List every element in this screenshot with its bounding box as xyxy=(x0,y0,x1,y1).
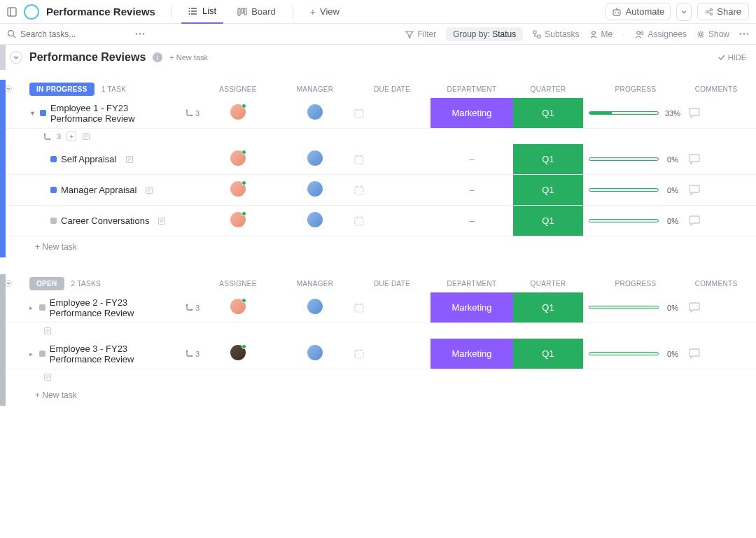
avatar[interactable] xyxy=(307,150,323,166)
assignees-button[interactable]: Assignees xyxy=(635,29,687,39)
avatar[interactable] xyxy=(230,181,246,197)
calendar-icon[interactable] xyxy=(354,108,365,119)
comment-icon[interactable] xyxy=(688,184,701,197)
comment-icon[interactable] xyxy=(688,153,701,166)
progress-cell[interactable]: 0% xyxy=(583,186,688,194)
progress-cell[interactable]: 0% xyxy=(583,155,688,164)
tab-list[interactable]: List xyxy=(181,0,223,24)
share-button[interactable]: Share xyxy=(697,3,749,20)
due-date-cell[interactable] xyxy=(354,302,430,313)
department-cell[interactable]: – xyxy=(430,144,513,174)
quarter-cell[interactable]: Q1 xyxy=(513,175,583,205)
comments-cell[interactable] xyxy=(688,184,744,197)
show-button[interactable]: Show xyxy=(696,29,729,39)
quarter-cell[interactable]: Q1 xyxy=(513,339,583,369)
task-row[interactable]: ▸ Employee 3 - FY23 Performance Review 3… xyxy=(0,339,756,369)
chevron-down-icon[interactable] xyxy=(5,85,12,92)
progress-cell[interactable]: 0% xyxy=(583,350,688,358)
task-row[interactable]: Manager Appraisal – Q1 0% xyxy=(0,175,756,206)
manager-cell[interactable] xyxy=(276,104,354,122)
comments-cell[interactable] xyxy=(688,302,744,314)
column-header[interactable]: QUARTER xyxy=(513,280,583,288)
status-square-icon[interactable] xyxy=(50,156,57,162)
status-pill[interactable]: OPEN xyxy=(29,277,64,290)
expand-toggle[interactable]: ▸ xyxy=(29,351,35,358)
column-header[interactable]: MANAGER xyxy=(276,280,354,288)
column-header[interactable]: DEPARTMENT xyxy=(430,280,513,288)
department-cell[interactable]: – xyxy=(430,206,513,236)
chevron-down-icon[interactable] xyxy=(5,280,12,287)
avatar[interactable] xyxy=(307,181,323,197)
status-pill[interactable]: IN PROGRESS xyxy=(29,83,94,96)
status-square-icon[interactable] xyxy=(50,187,57,193)
new-task-button[interactable]: + New task xyxy=(0,385,756,406)
avatar[interactable] xyxy=(307,104,323,120)
assignee-cell[interactable] xyxy=(200,212,276,229)
progress-cell[interactable]: 33% xyxy=(583,109,688,118)
calendar-icon[interactable] xyxy=(354,348,365,360)
column-header[interactable]: MANAGER xyxy=(276,85,354,93)
assignee-cell[interactable] xyxy=(200,150,276,168)
progress-cell[interactable]: 0% xyxy=(583,217,688,225)
automate-dropdown-button[interactable] xyxy=(676,3,692,21)
avatar[interactable] xyxy=(230,150,246,166)
due-date-cell[interactable] xyxy=(354,108,430,119)
due-date-cell[interactable] xyxy=(354,185,430,196)
quarter-cell[interactable]: Q1 xyxy=(513,98,583,128)
column-header[interactable]: ASSIGNEE xyxy=(200,280,276,288)
manager-cell[interactable] xyxy=(276,181,354,199)
comment-icon[interactable] xyxy=(688,302,701,314)
status-square-icon[interactable] xyxy=(39,304,46,311)
due-date-cell[interactable] xyxy=(354,215,430,227)
department-cell[interactable]: Marketing xyxy=(430,98,513,128)
hide-button[interactable]: HIDE xyxy=(718,53,746,62)
me-button[interactable]: Me xyxy=(589,29,613,39)
expand-toggle[interactable]: ▼ xyxy=(29,110,36,117)
quarter-cell[interactable]: Q1 xyxy=(513,144,583,174)
comment-icon[interactable] xyxy=(688,107,701,120)
comments-cell[interactable] xyxy=(688,107,744,120)
status-square-icon[interactable] xyxy=(40,110,46,116)
new-task-button[interactable]: + New task xyxy=(0,236,756,257)
status-square-icon[interactable] xyxy=(39,351,46,357)
comment-icon[interactable] xyxy=(688,215,701,227)
calendar-icon[interactable] xyxy=(354,302,365,313)
avatar[interactable] xyxy=(230,212,246,227)
quarter-cell[interactable]: Q1 xyxy=(513,206,583,236)
calendar-icon[interactable] xyxy=(354,154,365,165)
comments-cell[interactable] xyxy=(688,215,744,227)
note-icon[interactable] xyxy=(43,327,52,335)
avatar[interactable] xyxy=(307,345,323,360)
note-icon[interactable] xyxy=(82,132,90,141)
filter-button[interactable]: Filter xyxy=(405,29,436,39)
more-icon[interactable] xyxy=(135,33,145,35)
department-cell[interactable]: – xyxy=(430,175,513,205)
note-icon[interactable] xyxy=(43,373,52,381)
quarter-cell[interactable]: Q1 xyxy=(513,292,583,323)
due-date-cell[interactable] xyxy=(354,154,430,165)
info-icon[interactable]: i xyxy=(153,52,162,62)
assignee-cell[interactable] xyxy=(200,345,276,362)
task-row[interactable]: Self Appraisal – Q1 0% xyxy=(0,144,756,175)
avatar[interactable] xyxy=(230,104,246,120)
comments-cell[interactable] xyxy=(688,153,744,166)
new-task-button[interactable]: + New task xyxy=(169,53,208,62)
manager-cell[interactable] xyxy=(276,345,354,362)
calendar-icon[interactable] xyxy=(354,215,365,227)
add-subtask-button[interactable]: + xyxy=(66,132,76,141)
dock-toggle-icon[interactable] xyxy=(7,7,17,17)
subtasks-button[interactable]: Subtasks xyxy=(533,29,579,39)
column-header[interactable]: DEPARTMENT xyxy=(430,85,513,93)
expand-toggle[interactable]: ▸ xyxy=(29,304,35,311)
column-header[interactable]: QUARTER xyxy=(513,85,583,93)
calendar-icon[interactable] xyxy=(354,185,365,196)
column-header[interactable]: COMMENTS xyxy=(688,280,744,288)
column-header[interactable]: PROGRESS xyxy=(583,280,688,288)
add-view-button[interactable]: + View xyxy=(303,0,346,24)
avatar[interactable] xyxy=(230,345,246,360)
collapse-section-button[interactable] xyxy=(10,51,22,64)
task-row[interactable]: ▸ Employee 2 - FY23 Performance Review 3… xyxy=(0,292,756,323)
manager-cell[interactable] xyxy=(276,150,354,168)
department-cell[interactable]: Marketing xyxy=(430,339,513,369)
manager-cell[interactable] xyxy=(276,212,354,229)
